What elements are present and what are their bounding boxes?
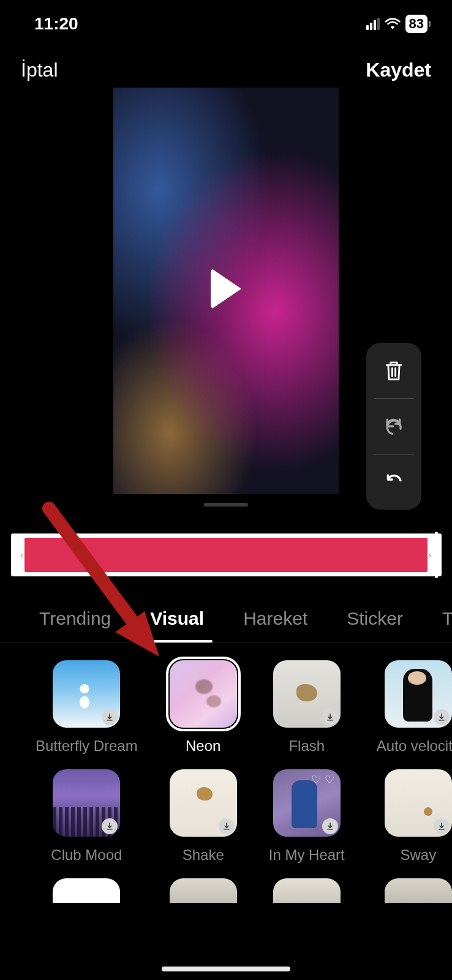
effect-label: Auto velocity <box>377 737 452 755</box>
effect-category-tabs: Trending Visual Hareket Sticker Tr <box>0 576 452 643</box>
action-bar: İptal Kaydet <box>0 37 452 81</box>
download-icon <box>219 818 235 834</box>
delete-button[interactable] <box>366 343 421 398</box>
tab-visual[interactable]: Visual <box>130 608 224 643</box>
effect-thumbnail[interactable] <box>273 660 341 728</box>
effect-thumbnail[interactable] <box>53 878 120 903</box>
undo-icon <box>383 473 404 491</box>
status-bar: 11:20 83 <box>0 0 452 37</box>
effect-label: Butterfly Dream <box>36 737 138 755</box>
effect-item[interactable]: Neon <box>170 660 237 755</box>
effect-thumbnail[interactable] <box>385 660 452 728</box>
timeline-track[interactable] <box>24 538 428 572</box>
effect-thumbnail[interactable] <box>273 878 341 903</box>
effect-item[interactable]: Sway <box>377 769 452 864</box>
effect-label: In My Heart <box>269 846 345 864</box>
trash-icon <box>384 360 404 381</box>
effect-item[interactable] <box>269 878 345 903</box>
wifi-icon <box>385 18 401 30</box>
effect-item[interactable]: Flash <box>269 660 345 755</box>
effect-thumbnail[interactable] <box>53 660 120 728</box>
save-button[interactable]: Kaydet <box>366 59 431 81</box>
video-preview[interactable] <box>113 88 339 494</box>
effect-label: Shake <box>183 846 224 864</box>
play-button[interactable] <box>211 268 241 310</box>
effect-thumbnail[interactable] <box>385 878 452 903</box>
effect-label: Sway <box>400 846 436 864</box>
tab-sticker[interactable]: Sticker <box>327 608 423 643</box>
effect-thumbnail[interactable] <box>273 769 341 837</box>
download-icon <box>322 709 338 725</box>
effects-grid: Butterfly DreamNeonFlashAuto velocityClu… <box>0 643 452 903</box>
side-toolbar <box>366 343 421 510</box>
effect-label: Club Mood <box>51 846 122 864</box>
timeline-left-handle-icon[interactable]: ‹ <box>20 550 25 560</box>
effect-item[interactable]: Butterfly Dream <box>36 660 138 755</box>
undo-button[interactable] <box>366 454 421 510</box>
tab-hareket[interactable]: Hareket <box>224 608 327 643</box>
home-indicator <box>162 967 290 971</box>
effect-thumbnail[interactable] <box>53 769 120 837</box>
download-icon <box>102 709 118 725</box>
download-icon <box>434 818 450 834</box>
download-icon <box>434 709 450 725</box>
playhead[interactable] <box>435 532 438 578</box>
effect-label: Flash <box>288 737 325 755</box>
play-icon <box>211 268 241 310</box>
timeline-right-handle-icon[interactable]: › <box>428 550 433 560</box>
tab-trending[interactable]: Trending <box>20 608 130 643</box>
effect-label: Neon <box>186 737 220 755</box>
effect-thumbnail[interactable] <box>170 769 237 837</box>
effect-item[interactable]: Auto velocity <box>377 660 452 755</box>
effect-item[interactable] <box>36 878 138 903</box>
tab-more[interactable]: Tr <box>423 608 452 643</box>
cellular-signal-icon <box>366 18 380 30</box>
battery-level: 83 <box>405 15 428 33</box>
redo-icon <box>383 417 404 435</box>
preview-handle <box>204 503 248 507</box>
cancel-button[interactable]: İptal <box>21 59 58 81</box>
effect-item[interactable] <box>170 878 237 903</box>
effect-item[interactable]: In My Heart <box>269 769 345 864</box>
effect-thumbnail[interactable] <box>170 878 237 903</box>
download-icon <box>322 818 338 834</box>
effect-item[interactable] <box>377 878 452 903</box>
status-right: 83 <box>366 15 428 33</box>
effect-thumbnail[interactable] <box>170 660 237 728</box>
effect-item[interactable]: Club Mood <box>36 769 138 864</box>
status-time: 11:20 <box>34 14 78 34</box>
redo-button[interactable] <box>366 399 421 454</box>
download-icon <box>102 818 118 834</box>
timeline[interactable]: ‹ › <box>11 533 442 576</box>
effect-item[interactable]: Shake <box>170 769 237 864</box>
effect-thumbnail[interactable] <box>385 769 452 837</box>
